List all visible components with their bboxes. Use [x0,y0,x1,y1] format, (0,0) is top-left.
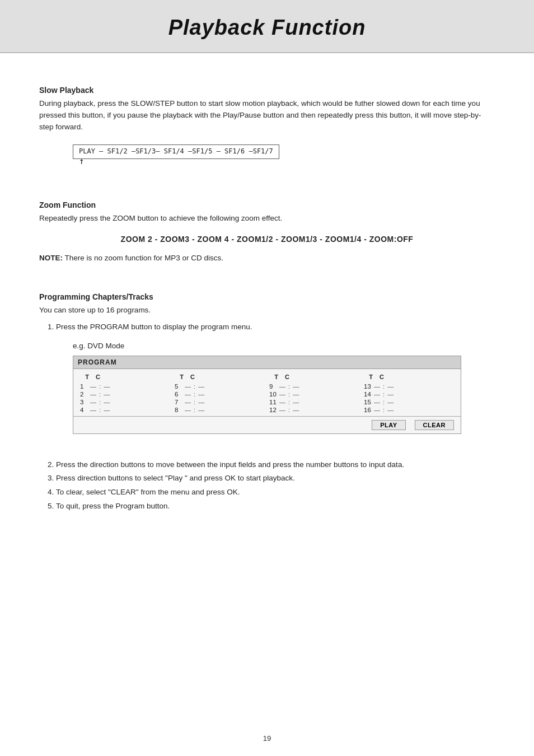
step-2: Press the direction buttons to move betw… [56,459,495,472]
prog-row-4-col-1: 4— : — [78,406,172,414]
prog-row-2-col-2: 6— : — [172,390,267,398]
step-4: To clear, select "CLEAR" from the menu a… [56,486,495,499]
play-button[interactable]: PLAY [372,420,405,430]
page-title: Playback Function [22,16,512,40]
program-box-header: PROGRAM [73,356,461,369]
prog-row-1-col-1: 1— : — [78,382,172,390]
col-header-4: T C [362,372,456,381]
prog-row-1-col-3: 9— : — [267,382,362,390]
slow-playback-body: During playback, press the SLOW/STEP but… [39,98,495,133]
prog-row-3-col-1: 3— : — [78,398,172,406]
program-box: PROGRAM T C T C T C T C 1— : — 5— : [73,356,461,434]
note-text: There is no zoom function for MP3 or CD … [63,254,223,262]
step-1: Press the PROGRAM button to display the … [56,321,495,334]
prog-row-2-col-1: 2— : — [78,390,172,398]
prog-row-3-col-4: 15— : — [362,398,456,406]
prog-row-3-col-3: 11— : — [267,398,362,406]
zoom-function-title: Zoom Function [39,200,495,209]
steps-list-2: Press the direction buttons to move betw… [56,459,495,514]
prog-row-3-col-2: 7— : — [172,398,267,406]
clear-button[interactable]: CLEAR [415,420,454,430]
prog-row-4-col-3: 12— : — [267,406,362,414]
programming-title: Programming Chapters/Tracks [39,292,495,301]
prog-row-1-col-4: 13— : — [362,382,456,390]
eg-label: e.g. DVD Mode [73,342,495,350]
slow-playback-title: Slow Playback [39,86,495,95]
col-header-1: T C [78,372,172,381]
page-header: Playback Function [0,0,534,53]
slow-playback-diagram: PLAY — SF1/2 —SF1/3— SF1/4 —SF1/5 — SF1/… [73,144,279,159]
prog-row-4-col-4: 16— : — [362,406,456,414]
arrow-icon: ↑ [79,156,85,166]
steps-list: Press the PROGRAM button to display the … [56,321,495,334]
zoom-sequence: ZOOM 2 - ZOOM3 - ZOOM 4 - ZOOM1/2 - ZOOM… [39,235,495,244]
zoom-function-body: Repeatedly press the ZOOM button to achi… [39,213,495,225]
note-label: NOTE: [39,254,63,262]
page-number: 19 [263,734,271,743]
col-header-2: T C [172,372,267,381]
zoom-note: NOTE: There is no zoom function for MP3 … [39,254,495,262]
program-grid: T C T C T C T C 1— : — 5— : — 9— : — 13—… [73,369,461,414]
prog-row-2-col-3: 10— : — [267,390,362,398]
prog-row-4-col-2: 8— : — [172,406,267,414]
prog-row-1-col-2: 5— : — [172,382,267,390]
program-footer: PLAY CLEAR [73,416,461,433]
prog-row-2-col-4: 14— : — [362,390,456,398]
step-5: To quit, press the Program button. [56,500,495,513]
programming-intro: You can store up to 16 programs. [39,305,495,316]
main-content: Slow Playback During playback, press the… [0,53,534,548]
col-header-3: T C [267,372,362,381]
step-3: Press direction buttons to select "Play … [56,472,495,485]
